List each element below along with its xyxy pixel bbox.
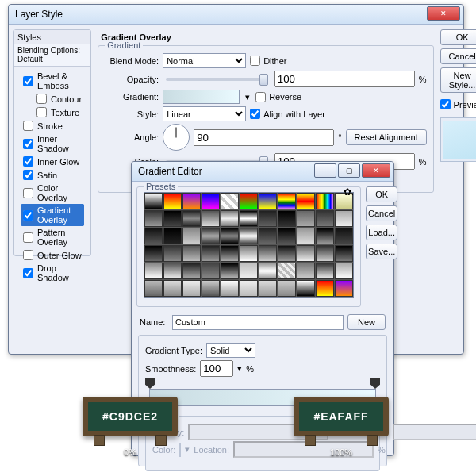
preset-swatch[interactable]	[316, 263, 334, 279]
smoothness-dropdown-icon[interactable]: ▾	[237, 363, 242, 374]
preset-swatch[interactable]	[316, 245, 334, 262]
preset-swatch[interactable]	[259, 263, 277, 279]
preset-swatch[interactable]	[278, 263, 296, 279]
opacity-slider[interactable]	[166, 78, 267, 81]
effect-outer-glow[interactable]: Outer Glow	[21, 248, 84, 262]
preset-swatch[interactable]	[144, 245, 163, 262]
preset-swatch[interactable]	[182, 280, 201, 297]
effect-inner-shadow[interactable]: Inner Shadow	[21, 132, 84, 155]
opacity-stop-right[interactable]	[370, 378, 380, 389]
preset-swatch[interactable]	[163, 245, 182, 262]
gradient-type-select[interactable]: Solid	[206, 343, 255, 358]
preset-swatch[interactable]	[316, 193, 334, 209]
preset-swatch[interactable]	[278, 210, 296, 227]
preset-swatch[interactable]	[316, 280, 334, 297]
layer-style-titlebar[interactable]: Layer Style ✕	[9, 5, 463, 25]
preset-swatch[interactable]	[240, 193, 258, 209]
preset-swatch[interactable]	[221, 228, 239, 244]
editor-cancel-button[interactable]: Cancel	[366, 205, 397, 221]
dither-checkbox[interactable]: Dither	[250, 56, 286, 66]
opacity-input[interactable]	[274, 71, 415, 87]
blend-mode-select[interactable]: Normal	[163, 53, 246, 68]
preset-swatch[interactable]	[202, 210, 220, 227]
preset-swatch[interactable]	[297, 245, 315, 262]
maximize-button[interactable]: ▢	[338, 163, 360, 178]
preset-swatch[interactable]	[202, 193, 220, 209]
preset-swatch[interactable]	[202, 263, 220, 279]
effect-gradient-overlay[interactable]: Gradient Overlay	[21, 204, 84, 226]
editor-close-button[interactable]: ✕	[362, 163, 390, 178]
preset-swatch[interactable]	[278, 193, 296, 209]
preset-swatch[interactable]	[240, 280, 258, 297]
preset-swatch[interactable]	[240, 210, 258, 227]
preset-swatch[interactable]	[182, 263, 201, 279]
preset-swatch[interactable]	[335, 210, 353, 227]
preset-swatch[interactable]	[335, 245, 353, 262]
preset-swatch[interactable]	[335, 280, 353, 297]
preset-swatch[interactable]	[259, 280, 277, 297]
preset-swatch[interactable]	[221, 193, 239, 209]
preset-swatch[interactable]	[144, 280, 163, 297]
preset-swatch[interactable]	[259, 210, 277, 227]
angle-input[interactable]	[194, 129, 334, 146]
preset-swatch[interactable]	[297, 210, 315, 227]
effect-color-overlay[interactable]: Color Overlay	[21, 182, 84, 204]
preset-swatch[interactable]	[182, 193, 201, 209]
preset-swatch[interactable]	[202, 228, 220, 244]
cancel-button[interactable]: Cancel	[440, 48, 476, 64]
preset-grid[interactable]	[144, 192, 354, 298]
effect-contour[interactable]: Contour	[21, 92, 84, 106]
preset-swatch[interactable]	[259, 245, 277, 262]
preset-swatch[interactable]	[278, 245, 296, 262]
preset-swatch[interactable]	[221, 280, 239, 297]
preset-swatch[interactable]	[163, 263, 182, 279]
editor-ok-button[interactable]: OK	[366, 186, 397, 202]
gradient-dropdown-icon[interactable]: ▾	[244, 92, 251, 102]
preset-swatch[interactable]	[163, 210, 182, 227]
name-input[interactable]	[172, 315, 344, 330]
reset-alignment-button[interactable]: Reset Alignment	[346, 129, 427, 145]
gradient-editor-titlebar[interactable]: Gradient Editor — ▢ ✕	[132, 162, 393, 182]
editor-load-button[interactable]: Load...	[366, 225, 397, 240]
preset-swatch[interactable]	[335, 263, 353, 279]
preset-swatch[interactable]	[278, 280, 296, 297]
preset-swatch[interactable]	[202, 245, 220, 262]
preset-swatch[interactable]	[297, 193, 315, 209]
effect-pattern-overlay[interactable]: Pattern Overlay	[21, 226, 84, 248]
opacity-stop-left[interactable]	[145, 378, 155, 389]
gradient-swatch[interactable]	[163, 90, 240, 104]
preset-swatch[interactable]	[144, 228, 163, 244]
effect-texture[interactable]: Texture	[21, 106, 84, 119]
effect-drop-shadow[interactable]: Drop Shadow	[21, 262, 84, 284]
smoothness-input[interactable]	[200, 360, 233, 377]
blending-header[interactable]: Blending Options: Default	[14, 44, 90, 67]
preset-swatch[interactable]	[259, 228, 277, 244]
preset-swatch[interactable]	[182, 228, 201, 244]
preset-swatch[interactable]	[182, 245, 201, 262]
preset-swatch[interactable]	[221, 210, 239, 227]
preset-swatch[interactable]	[259, 193, 277, 209]
effect-bevel[interactable]: Bevel & Emboss	[21, 70, 84, 92]
angle-wheel[interactable]	[163, 124, 190, 151]
preset-swatch[interactable]	[240, 245, 258, 262]
preset-swatch[interactable]	[297, 263, 315, 279]
new-style-button[interactable]: New Style...	[440, 67, 476, 93]
close-button[interactable]: ✕	[427, 6, 460, 21]
effect-satin[interactable]: Satin	[21, 168, 84, 182]
presets-menu-icon[interactable]: ✿.	[344, 186, 354, 198]
preset-swatch[interactable]	[144, 263, 163, 279]
ok-button[interactable]: OK	[440, 29, 476, 45]
preset-swatch[interactable]	[297, 228, 315, 244]
preset-swatch[interactable]	[144, 193, 163, 209]
preset-swatch[interactable]	[278, 228, 296, 244]
preset-swatch[interactable]	[221, 245, 239, 262]
style-select[interactable]: Linear	[163, 106, 246, 121]
preset-swatch[interactable]	[316, 210, 334, 227]
preset-swatch[interactable]	[240, 263, 258, 279]
preset-swatch[interactable]	[316, 228, 334, 244]
effect-inner-glow[interactable]: Inner Glow	[21, 155, 84, 168]
preset-swatch[interactable]	[335, 228, 353, 244]
align-checkbox[interactable]: Align with Layer	[250, 109, 325, 119]
effect-stroke[interactable]: Stroke	[21, 119, 84, 132]
reverse-checkbox[interactable]: Reverse	[255, 92, 301, 102]
